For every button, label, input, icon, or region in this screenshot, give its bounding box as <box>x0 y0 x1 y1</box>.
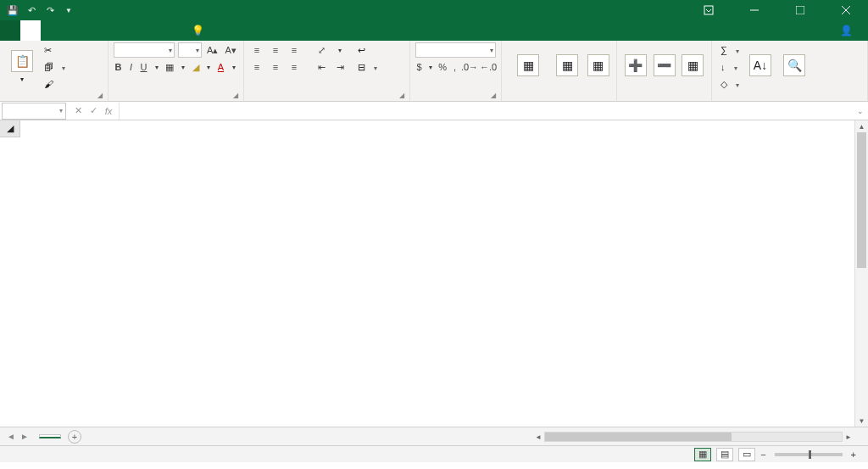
vscroll-thumb[interactable] <box>857 132 866 268</box>
insert-button[interactable]: ➕ <box>622 42 649 90</box>
underline-button[interactable]: U <box>139 59 148 75</box>
number-format-select[interactable] <box>415 42 496 58</box>
font-color-dropdown[interactable]: ▾ <box>229 59 238 75</box>
cut-button[interactable]: ✂ <box>41 42 69 58</box>
enter-formula-icon[interactable]: ✓ <box>86 105 100 116</box>
alignment-dialog-launcher[interactable]: ◢ <box>399 92 404 99</box>
paste-button[interactable]: 📋 ▾ <box>5 42 39 90</box>
tab-formulas[interactable] <box>81 20 102 41</box>
formula-input[interactable] <box>119 103 853 120</box>
underline-dropdown[interactable]: ▾ <box>152 59 161 75</box>
expand-formula-bar[interactable]: ⌄ <box>853 107 868 115</box>
tell-me[interactable]: 💡 <box>183 20 209 41</box>
delete-button[interactable]: ➖ <box>651 42 678 90</box>
sheet-tab-active[interactable] <box>39 434 61 438</box>
format-button[interactable]: ▦ <box>679 42 706 90</box>
zoom-out-button[interactable]: − <box>760 449 765 460</box>
maximize-button[interactable] <box>782 0 819 20</box>
number-dialog-launcher[interactable]: ◢ <box>491 92 496 99</box>
clear-button[interactable]: ◇ <box>717 76 743 92</box>
font-color-button[interactable]: A <box>216 59 225 75</box>
find-select-button[interactable]: 🔍 <box>778 42 810 90</box>
clipboard-dialog-launcher[interactable]: ◢ <box>97 92 103 99</box>
title-bar: 💾 ↶ ↷ ▼ <box>0 0 868 20</box>
new-sheet-button[interactable]: + <box>68 430 81 444</box>
horizontal-scrollbar[interactable]: ◄ ► <box>532 431 854 443</box>
decrease-font-icon[interactable]: A▾ <box>224 42 238 58</box>
border-button[interactable]: ▦ <box>164 59 175 75</box>
qat-customize-icon[interactable]: ▼ <box>63 4 75 16</box>
font-dialog-launcher[interactable]: ◢ <box>233 92 238 99</box>
scroll-down-arrow[interactable]: ▼ <box>855 415 868 427</box>
font-size-select[interactable] <box>178 42 202 58</box>
normal-view-button[interactable]: ▦ <box>694 448 711 461</box>
increase-font-icon[interactable]: A▴ <box>205 42 220 58</box>
cell-styles-button[interactable]: ▦ <box>585 42 611 90</box>
format-painter-button[interactable]: 🖌 <box>41 76 69 92</box>
tab-insert[interactable] <box>41 20 61 41</box>
align-top-icon[interactable]: ≡ <box>249 42 264 58</box>
fx-icon[interactable]: fx <box>102 105 115 116</box>
zoom-in-button[interactable]: + <box>851 449 856 460</box>
align-left-icon[interactable]: ≡ <box>249 59 264 75</box>
orientation-dropdown[interactable]: ▾ <box>332 42 348 58</box>
border-dropdown[interactable]: ▾ <box>178 59 187 75</box>
hscroll-thumb[interactable] <box>545 433 732 441</box>
tab-home[interactable] <box>20 20 41 41</box>
sheet-nav-next[interactable]: ► <box>19 432 31 441</box>
select-all-corner[interactable]: ◢ <box>0 120 20 137</box>
cancel-formula-icon[interactable]: ✕ <box>71 105 85 116</box>
conditional-formatting-button[interactable]: ▦ <box>507 42 549 90</box>
accounting-dropdown[interactable]: ▾ <box>426 59 434 75</box>
tab-data[interactable] <box>102 20 122 41</box>
fill-color-button[interactable]: ◢ <box>191 59 200 75</box>
fill-button[interactable]: ↓ <box>717 59 743 75</box>
group-cells: ➕ ➖ ▦ <box>617 41 712 101</box>
tab-file[interactable] <box>0 20 20 41</box>
percent-icon[interactable]: % <box>437 59 448 75</box>
autosum-button[interactable]: ∑ <box>717 42 743 58</box>
format-as-table-button[interactable]: ▦ <box>551 42 583 90</box>
italic-button[interactable]: I <box>126 59 136 75</box>
orientation-icon[interactable]: ⤢ <box>314 42 329 58</box>
wrap-text-button[interactable]: ↩ <box>354 42 381 58</box>
name-box[interactable] <box>2 103 66 120</box>
page-layout-view-button[interactable]: ▤ <box>716 448 733 461</box>
scroll-left-arrow[interactable]: ◄ <box>532 433 544 441</box>
merge-center-button[interactable]: ⊟ <box>354 59 381 75</box>
group-number: $ ▾ % , .0→ ←.0 ◢ <box>410 41 502 101</box>
sheet-nav-prev[interactable]: ◄ <box>5 432 17 441</box>
align-bottom-icon[interactable]: ≡ <box>287 42 302 58</box>
font-name-select[interactable] <box>114 42 175 58</box>
copy-button[interactable]: 🗐 <box>41 59 69 75</box>
save-icon[interactable]: 💾 <box>7 4 19 16</box>
vertical-scrollbar[interactable]: ▲ ▼ <box>854 120 868 427</box>
align-center-icon[interactable]: ≡ <box>268 59 283 75</box>
accounting-icon[interactable]: $ <box>415 59 423 75</box>
minimize-button[interactable] <box>736 0 773 20</box>
scroll-up-arrow[interactable]: ▲ <box>855 120 868 132</box>
share-button[interactable]: 👤 <box>840 20 868 41</box>
align-middle-icon[interactable]: ≡ <box>268 42 283 58</box>
tab-view[interactable] <box>142 20 163 41</box>
undo-icon[interactable]: ↶ <box>25 4 37 16</box>
tab-help[interactable] <box>163 20 183 41</box>
insert-icon: ➕ <box>625 54 647 76</box>
zoom-slider[interactable] <box>775 453 843 456</box>
bold-button[interactable]: B <box>114 59 123 75</box>
increase-decimal-icon[interactable]: .0→ <box>462 59 477 75</box>
ribbon-options-button[interactable] <box>690 0 727 20</box>
tab-page-layout[interactable] <box>61 20 81 41</box>
fill-color-dropdown[interactable]: ▾ <box>203 59 213 75</box>
page-break-view-button[interactable]: ▭ <box>738 448 755 461</box>
decrease-decimal-icon[interactable]: ←.0 <box>481 59 496 75</box>
comma-icon[interactable]: , <box>451 59 459 75</box>
decrease-indent-icon[interactable]: ⇤ <box>314 59 329 75</box>
scroll-right-arrow[interactable]: ► <box>843 433 854 441</box>
close-button[interactable] <box>827 0 865 20</box>
align-right-icon[interactable]: ≡ <box>287 59 302 75</box>
tab-review[interactable] <box>122 20 142 41</box>
increase-indent-icon[interactable]: ⇥ <box>332 59 348 75</box>
redo-icon[interactable]: ↷ <box>44 4 56 16</box>
sort-filter-button[interactable]: A↓ <box>744 42 776 90</box>
